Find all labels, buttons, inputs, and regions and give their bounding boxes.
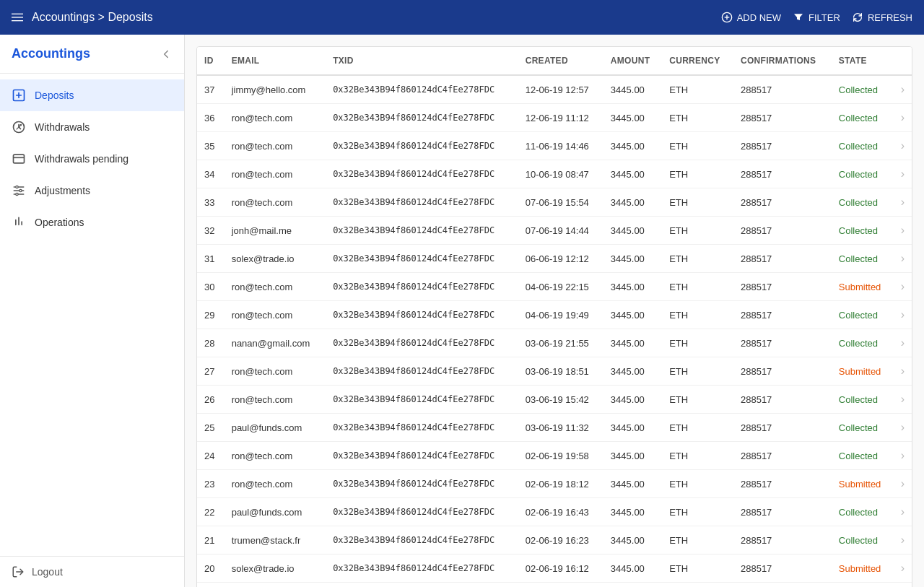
cell-txid: 0x32Be343B94f860124dC4fEe278FDC bbox=[326, 188, 518, 217]
cell-amount: 3445.00 bbox=[603, 217, 662, 245]
row-action-cell[interactable]: › bbox=[894, 498, 912, 526]
sidebar-item-adjustments-label: Adjustments bbox=[35, 185, 90, 196]
cell-id: 21 bbox=[197, 526, 225, 555]
svg-point-10 bbox=[19, 189, 22, 191]
cell-currency: ETH bbox=[662, 75, 733, 104]
cell-confirmations: 288517 bbox=[733, 555, 832, 583]
cell-created: 02-06-19 15:42 bbox=[518, 583, 603, 588]
cell-email: ron@tech.com bbox=[225, 104, 326, 132]
cell-state: Collected bbox=[832, 442, 894, 470]
cell-state: Collected bbox=[832, 583, 894, 588]
cell-id: 31 bbox=[197, 245, 225, 273]
row-action-cell[interactable]: › bbox=[894, 329, 912, 357]
sidebar-item-withdrawals[interactable]: Withdrawals bbox=[0, 111, 184, 143]
cell-state: Collected bbox=[832, 414, 894, 442]
adjustments-icon bbox=[12, 183, 26, 198]
table-row: 25 paul@funds.com 0x32Be343B94f860124dC4… bbox=[197, 414, 912, 442]
row-action-cell[interactable]: › bbox=[894, 245, 912, 273]
sidebar-header: Accountings bbox=[0, 35, 184, 74]
cell-email: ron@tech.com bbox=[225, 442, 326, 470]
table-row: 26 ron@tech.com 0x32Be343B94f860124dC4fE… bbox=[197, 386, 912, 414]
refresh-button[interactable]: REFRESH bbox=[852, 12, 912, 23]
table-row: 37 jimmy@hello.com 0x32Be343B94f860124dC… bbox=[197, 75, 912, 104]
main-layout: Accountings Deposits Withdrawals Withdra… bbox=[0, 35, 924, 587]
row-action-cell[interactable]: › bbox=[894, 357, 912, 386]
row-action-cell[interactable]: › bbox=[894, 470, 912, 498]
cell-confirmations: 288517 bbox=[733, 217, 832, 245]
cell-email: paul@funds.com bbox=[225, 414, 326, 442]
cell-state: Collected bbox=[832, 245, 894, 273]
row-action-cell[interactable]: › bbox=[894, 217, 912, 245]
cell-txid: 0x32Be343B94f860124dC4fEe278FDC bbox=[326, 414, 518, 442]
row-action-cell[interactable]: › bbox=[894, 555, 912, 583]
sidebar-collapse-icon[interactable] bbox=[160, 48, 173, 61]
col-amount: Amount bbox=[603, 47, 662, 75]
cell-txid: 0x32Be343B94f860124dC4fEe278FDC bbox=[326, 386, 518, 414]
cell-created: 02-06-19 19:58 bbox=[518, 442, 603, 470]
row-action-cell[interactable]: › bbox=[894, 75, 912, 104]
cell-id: 32 bbox=[197, 217, 225, 245]
menu-button[interactable] bbox=[12, 12, 23, 23]
cell-confirmations: 288517 bbox=[733, 132, 832, 160]
cell-txid: 0x32Be343B94f860124dC4fEe278FDC bbox=[326, 583, 518, 588]
content-area: ID Email TxID Created Amount Currency Co… bbox=[185, 35, 924, 587]
row-action-cell[interactable]: › bbox=[894, 386, 912, 414]
logout-label: Logout bbox=[32, 566, 63, 578]
sidebar-item-adjustments[interactable]: Adjustments bbox=[0, 175, 184, 206]
state-badge: Collected bbox=[839, 338, 878, 349]
cell-txid: 0x32Be343B94f860124dC4fEe278FDC bbox=[326, 498, 518, 526]
cell-state: Collected bbox=[832, 217, 894, 245]
cell-created: 04-06-19 19:49 bbox=[518, 301, 603, 329]
cell-txid: 0x32Be343B94f860124dC4fEe278FDC bbox=[326, 357, 518, 386]
cell-confirmations: 288517 bbox=[733, 160, 832, 188]
cell-created: 03-06-19 18:51 bbox=[518, 357, 603, 386]
col-currency: Currency bbox=[662, 47, 733, 75]
cell-state: Submitted bbox=[832, 357, 894, 386]
row-action-cell[interactable]: › bbox=[894, 583, 912, 588]
logout-item[interactable]: Logout bbox=[12, 565, 173, 578]
withdrawals-icon bbox=[12, 120, 26, 134]
cell-currency: ETH bbox=[662, 301, 733, 329]
sidebar-item-deposits-label: Deposits bbox=[35, 90, 74, 101]
cell-amount: 3445.00 bbox=[603, 188, 662, 217]
filter-button[interactable]: FILTER bbox=[793, 12, 840, 23]
cell-email: jimmy@hello.com bbox=[225, 75, 326, 104]
cell-id: 37 bbox=[197, 75, 225, 104]
row-action-cell[interactable]: › bbox=[894, 414, 912, 442]
cell-amount: 3445.00 bbox=[603, 301, 662, 329]
cell-confirmations: 288517 bbox=[733, 104, 832, 132]
row-action-cell[interactable]: › bbox=[894, 104, 912, 132]
cell-id: 33 bbox=[197, 188, 225, 217]
cell-state: Collected bbox=[832, 132, 894, 160]
state-badge: Collected bbox=[839, 141, 878, 152]
cell-amount: 3445.00 bbox=[603, 273, 662, 301]
row-action-cell[interactable]: › bbox=[894, 188, 912, 217]
row-action-cell[interactable]: › bbox=[894, 442, 912, 470]
sidebar: Accountings Deposits Withdrawals Withdra… bbox=[0, 35, 185, 587]
state-badge: Submitted bbox=[839, 366, 881, 377]
cell-amount: 3445.00 bbox=[603, 386, 662, 414]
cell-email: solex@trade.io bbox=[225, 555, 326, 583]
cell-created: 06-06-19 12:12 bbox=[518, 245, 603, 273]
svg-point-9 bbox=[16, 186, 18, 188]
cell-state: Collected bbox=[832, 329, 894, 357]
add-new-button[interactable]: ADD NEW bbox=[721, 12, 781, 23]
row-action-cell[interactable]: › bbox=[894, 273, 912, 301]
row-action-cell[interactable]: › bbox=[894, 301, 912, 329]
state-badge: Collected bbox=[839, 310, 878, 321]
operations-icon bbox=[12, 215, 26, 230]
row-action-cell[interactable]: › bbox=[894, 132, 912, 160]
sidebar-item-deposits[interactable]: Deposits bbox=[0, 79, 184, 111]
cell-email: ron@tech.com bbox=[225, 301, 326, 329]
cell-id: 19 bbox=[197, 583, 225, 588]
refresh-icon bbox=[852, 12, 863, 23]
sidebar-item-withdrawals-pending[interactable]: Withdrawals pending bbox=[0, 143, 184, 175]
cell-id: 20 bbox=[197, 555, 225, 583]
cell-id: 29 bbox=[197, 301, 225, 329]
row-action-cell[interactable]: › bbox=[894, 160, 912, 188]
cell-confirmations: 288517 bbox=[733, 442, 832, 470]
row-action-cell[interactable]: › bbox=[894, 526, 912, 555]
sidebar-item-operations[interactable]: Operations bbox=[0, 206, 184, 238]
state-badge: Submitted bbox=[839, 479, 881, 490]
cell-id: 30 bbox=[197, 273, 225, 301]
